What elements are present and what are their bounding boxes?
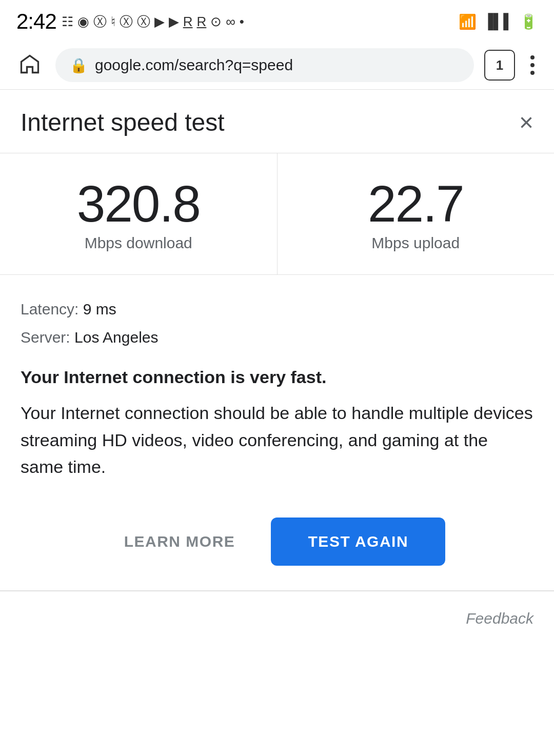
learn-more-button[interactable]: LEARN MORE bbox=[109, 523, 251, 561]
latency-value: 9 ms bbox=[83, 301, 116, 317]
download-metric: 320.8 Mbps download bbox=[0, 153, 278, 274]
menu-dot-3 bbox=[530, 71, 535, 75]
lock-icon: 🔒 bbox=[70, 57, 88, 74]
clock-icon: ◉ bbox=[77, 14, 89, 30]
server-value: Los Angeles bbox=[74, 329, 158, 346]
home-button[interactable] bbox=[14, 50, 45, 81]
feedback-section: Feedback bbox=[0, 591, 554, 646]
menu-dot-2 bbox=[530, 63, 535, 67]
reddit-icon-1: R bbox=[183, 14, 193, 30]
speed-metrics: 320.8 Mbps download 22.7 Mbps upload bbox=[0, 153, 554, 275]
action-buttons: LEARN MORE TEST AGAIN bbox=[0, 499, 554, 590]
close-button[interactable]: × bbox=[519, 110, 533, 135]
home-icon bbox=[18, 53, 41, 77]
wifi-icon: 📶 bbox=[459, 13, 477, 30]
reddit-icon-2: R bbox=[197, 14, 207, 30]
battery-icon: 🔋 bbox=[520, 13, 538, 30]
summary-bold: Your Internet connection is very fast. bbox=[21, 367, 533, 387]
upload-value: 22.7 bbox=[368, 178, 464, 229]
download-value: 320.8 bbox=[77, 178, 200, 229]
youtube-icon-2: ▶ bbox=[169, 14, 179, 30]
speed-test-card: Internet speed test × 320.8 Mbps downloa… bbox=[0, 90, 554, 646]
voicemail-icon: ∞ bbox=[226, 14, 235, 30]
status-icons: ☷ ◉ Ⓧ ♮ Ⓧ Ⓧ ▶ ▶ R R ⊙ ∞ • bbox=[62, 13, 244, 31]
person-add-icon: ♮ bbox=[111, 14, 115, 30]
status-left: 2:42 ☷ ◉ Ⓧ ♮ Ⓧ Ⓧ ▶ ▶ R R ⊙ ∞ • bbox=[16, 9, 244, 34]
latency-label: Latency: bbox=[21, 301, 78, 317]
upload-metric: 22.7 Mbps upload bbox=[278, 153, 555, 274]
server-label: Server: bbox=[21, 329, 70, 346]
status-bar: 2:42 ☷ ◉ Ⓧ ♮ Ⓧ Ⓧ ▶ ▶ R R ⊙ ∞ • 📶 ▐▌▌ 🔋 bbox=[0, 0, 554, 41]
url-bar[interactable]: 🔒 google.com/search?q=speed bbox=[55, 48, 474, 82]
facebook-icon-3: Ⓧ bbox=[137, 13, 150, 31]
tab-count-label: 1 bbox=[496, 57, 503, 73]
url-text: google.com/search?q=speed bbox=[95, 56, 293, 74]
feedback-link[interactable]: Feedback bbox=[466, 610, 533, 627]
youtube-icon-1: ▶ bbox=[154, 14, 165, 30]
message-icon: ☷ bbox=[62, 14, 73, 30]
speed-details: Latency: 9 ms Server: Los Angeles Your I… bbox=[0, 275, 554, 499]
tab-count-button[interactable]: 1 bbox=[484, 50, 515, 81]
menu-button[interactable] bbox=[525, 50, 540, 80]
facebook-icon-1: Ⓧ bbox=[93, 13, 107, 31]
account-icon: ⊙ bbox=[210, 14, 222, 30]
status-right: 📶 ▐▌▌ 🔋 bbox=[459, 13, 538, 30]
latency-row: Latency: 9 ms bbox=[21, 297, 533, 321]
card-title: Internet speed test bbox=[21, 108, 225, 136]
facebook-icon-2: Ⓧ bbox=[120, 13, 133, 31]
menu-dot-1 bbox=[530, 55, 535, 59]
cellular-icon: ▐▌▌ bbox=[483, 13, 513, 30]
download-label: Mbps download bbox=[85, 234, 192, 252]
server-row: Server: Los Angeles bbox=[21, 326, 533, 349]
browser-bar: 🔒 google.com/search?q=speed 1 bbox=[0, 41, 554, 90]
dot-icon: • bbox=[240, 14, 244, 30]
upload-label: Mbps upload bbox=[371, 234, 460, 252]
test-again-button[interactable]: TEST AGAIN bbox=[271, 518, 445, 566]
status-time: 2:42 bbox=[16, 9, 56, 34]
summary-text: Your Internet connection should be able … bbox=[21, 400, 533, 481]
card-header: Internet speed test × bbox=[0, 90, 554, 153]
